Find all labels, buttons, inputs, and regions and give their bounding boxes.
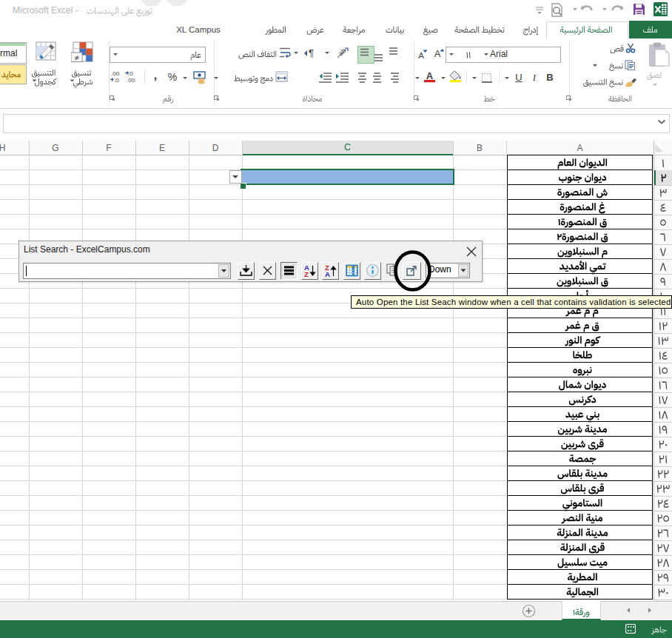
svg-text:A: A	[426, 70, 434, 81]
svg-text:¶: ¶	[309, 47, 314, 58]
svg-text:.00: .00	[127, 77, 135, 84]
svg-text:.0: .0	[128, 70, 133, 77]
svg-text:Z: Z	[304, 270, 309, 278]
svg-text:.0: .0	[114, 77, 119, 84]
svg-text:.00: .00	[111, 70, 120, 77]
svg-text:A: A	[325, 270, 330, 278]
svg-text:≠: ≠	[74, 53, 78, 62]
